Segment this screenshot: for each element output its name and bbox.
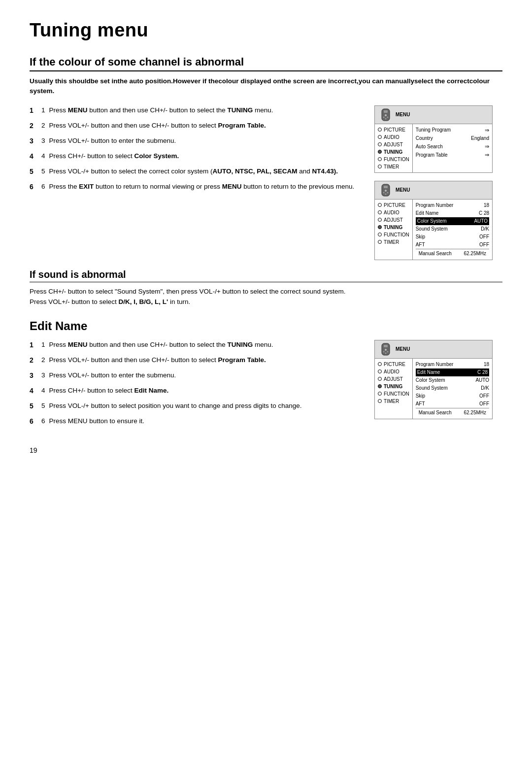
diagram3-content: Program Number 18 Edit Name C 28 Color S… — [413, 359, 492, 419]
radio-tuning-3 — [378, 384, 382, 388]
section1-diagrams: MENU PICTURE AUDIO ADJUST — [374, 105, 502, 260]
radio-function-2 — [378, 233, 382, 236]
step-3-3: 3 Press VOL+/- button to enter the subme… — [30, 370, 363, 381]
diagram2-label: MENU — [396, 187, 410, 193]
menu-row-aft-3: AFT OFF — [416, 400, 489, 408]
diagram2: MENU PICTURE AUDIO ADJUST — [374, 181, 493, 260]
svg-point-4 — [387, 116, 389, 118]
diagram3-sidebar: PICTURE AUDIO ADJUST TUNING — [375, 359, 413, 419]
menu-row-color-system-2: Color System AUTO — [416, 217, 489, 225]
remote-icon-1 — [379, 108, 393, 122]
svg-point-11 — [385, 193, 387, 195]
radio-adjust-2 — [378, 218, 382, 222]
menu-row-auto-search: Auto Search ⇒ — [416, 142, 489, 151]
step-1-2: 2 Press VOL+/- button and then use CH+/-… — [30, 121, 363, 131]
menu-row-aft-2: AFT OFF — [416, 241, 489, 249]
edit-name-title: Edit Name — [30, 319, 502, 333]
sidebar-adjust-2: ADJUST — [375, 216, 412, 224]
menu-row-edit-name-3: Edit Name C 28 — [416, 368, 489, 376]
sidebar-timer-1: TIMER — [375, 163, 412, 170]
sidebar-function-3: FUNCTION — [375, 390, 412, 398]
menu-row-tuning-program: Tuning Program ⇒ — [416, 126, 489, 134]
sidebar-picture-3: PICTURE — [375, 361, 412, 368]
section1-intro: Usually this shouldbe set inthe auto pos… — [30, 76, 502, 97]
radio-tuning-2 — [378, 225, 382, 229]
step-1-4: 4 Press CH+/- button to select Color Sys… — [30, 151, 363, 162]
sidebar-adjust-1: ADJUST — [375, 141, 412, 148]
step-1-6: 6 Press the EXIT button to return to nor… — [30, 182, 363, 192]
diagram3-body: PICTURE AUDIO ADJUST TUNING — [375, 359, 492, 419]
diagram2-header: MENU — [375, 181, 492, 200]
section1-steps: 1 Press MENU button and then use CH+/- b… — [30, 105, 363, 192]
menu-row-skip-3: Skip OFF — [416, 392, 489, 400]
radio-function-1 — [378, 157, 382, 161]
diagram3-footer: Manual Search 62.25MHz — [416, 408, 489, 417]
sidebar-adjust-3: ADJUST — [375, 375, 412, 383]
diagram1-sidebar: PICTURE AUDIO ADJUST TUNING — [375, 124, 413, 172]
step-1-3: 3 Press VOL+/- button to enter the subme… — [30, 136, 363, 146]
svg-point-16 — [387, 351, 389, 352]
sidebar-timer-2: TIMER — [375, 238, 412, 246]
menu-row-color-system-3: Color System AUTO — [416, 376, 489, 384]
svg-point-9 — [383, 192, 385, 193]
sidebar-audio-1: AUDIO — [375, 134, 412, 141]
radio-audio-2 — [378, 210, 382, 214]
sidebar-picture-1: PICTURE — [375, 126, 412, 134]
menu-row-sound-system-3: Sound System D/K — [416, 384, 489, 392]
section1-title: If the colour of some channel is abnorma… — [30, 56, 502, 71]
section2-text1: Press CH+/- button to select "Sound Syst… — [30, 286, 502, 297]
svg-rect-13 — [384, 345, 388, 347]
section3-steps: 1 Press MENU button and then use CH+/- b… — [30, 340, 363, 427]
page-title: Tuning menu — [30, 20, 502, 41]
svg-point-5 — [385, 118, 387, 119]
step-3-1: 1 Press MENU button and then use CH+/- b… — [30, 340, 363, 350]
svg-point-2 — [385, 114, 387, 116]
radio-timer-1 — [378, 165, 382, 168]
arrow-program-table: ⇒ — [485, 151, 489, 159]
radio-picture-1 — [378, 128, 382, 132]
section2-text2: Press VOL+/- button to select D/K, I, B/… — [30, 297, 502, 307]
sidebar-audio-3: AUDIO — [375, 368, 412, 375]
radio-picture-3 — [378, 362, 382, 366]
footer-row-manual-search-2: Manual Search 62.25MHz — [419, 251, 486, 256]
radio-audio-3 — [378, 369, 382, 373]
radio-adjust-1 — [378, 142, 382, 146]
page-number: 19 — [30, 446, 502, 454]
arrow-auto-search: ⇒ — [485, 143, 489, 150]
section3-diagram-col: MENU PICTURE AUDIO — [374, 340, 502, 432]
sidebar-tuning-2: TUNING — [375, 224, 412, 231]
radio-audio-1 — [378, 135, 382, 139]
diagram1-body: PICTURE AUDIO ADJUST TUNING — [375, 124, 492, 172]
diagram3-label: MENU — [396, 346, 410, 352]
menu-row-prog-num-2: Program Number 18 — [416, 201, 489, 209]
svg-point-3 — [383, 116, 385, 118]
diagram3: MENU PICTURE AUDIO — [374, 340, 493, 419]
step-3-4: 4 Press CH+/- button to select Edit Name… — [30, 386, 363, 396]
step-1-5: 5 Press VOL-/+ button to select the corr… — [30, 167, 363, 177]
sidebar-tuning-1: TUNING — [375, 148, 412, 156]
sidebar-audio-2: AUDIO — [375, 209, 412, 216]
diagram1-header: MENU — [375, 106, 492, 124]
radio-picture-2 — [378, 203, 382, 207]
diagram2-footer: Manual Search 62.25MHz — [416, 249, 489, 258]
menu-row-country: Country England — [416, 134, 489, 142]
radio-adjust-3 — [378, 377, 382, 381]
arrow-tuning-program: ⇒ — [485, 127, 489, 134]
radio-timer-3 — [378, 399, 382, 403]
svg-point-8 — [385, 190, 387, 192]
section2-title: If sound is abnormal — [30, 269, 502, 282]
diagram2-sidebar: PICTURE AUDIO ADJUST TUNING — [375, 200, 413, 260]
diagram2-body: PICTURE AUDIO ADJUST TUNING — [375, 200, 492, 260]
sidebar-timer-3: TIMER — [375, 398, 412, 405]
diagram1: MENU PICTURE AUDIO ADJUST — [374, 105, 493, 173]
menu-row-edit-name-2: Edit Name C 28 — [416, 209, 489, 217]
radio-tuning-1 — [378, 150, 382, 154]
sidebar-picture-2: PICTURE — [375, 201, 412, 209]
radio-function-3 — [378, 392, 382, 396]
menu-row-sound-system-2: Sound System D/K — [416, 225, 489, 233]
step-3-5: 5 Press VOL-/+ button to select position… — [30, 401, 363, 411]
svg-rect-7 — [384, 186, 388, 188]
section3-steps-col: 1 Press MENU button and then use CH+/- b… — [30, 340, 363, 432]
footer-row-manual-search-3: Manual Search 62.25MHz — [419, 410, 486, 415]
remote-icon-2 — [379, 183, 393, 197]
